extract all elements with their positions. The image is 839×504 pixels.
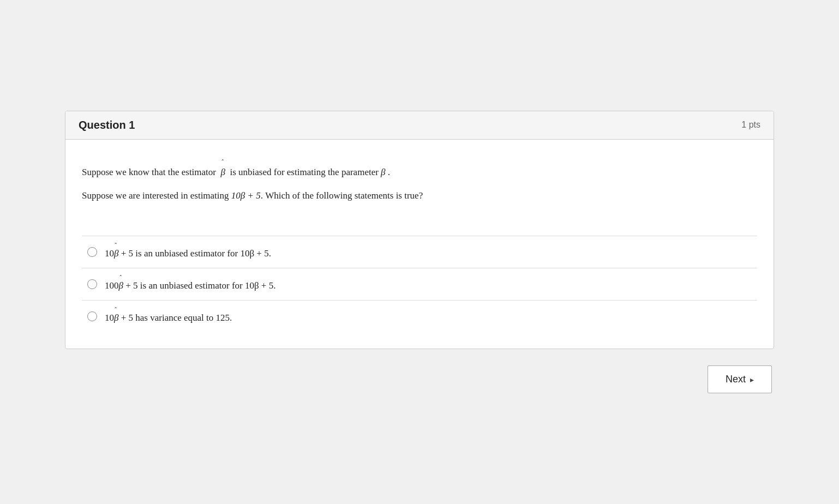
expression-10beta: 10β + 5: [231, 190, 261, 201]
bottom-bar: Next ▸: [65, 365, 774, 393]
next-button[interactable]: Next ▸: [708, 365, 772, 393]
paragraph-1: Suppose we know that the estimator β̂ is…: [82, 161, 757, 179]
option-row-1[interactable]: 10β̂ + 5 is an unbiased estimator for 10…: [82, 236, 757, 268]
question-title: Question 1: [79, 119, 135, 131]
beta-symbol: β: [381, 167, 385, 177]
question-card: Question 1 1 pts Suppose we know that th…: [65, 111, 774, 349]
question-header: Question 1 1 pts: [65, 111, 774, 140]
question-points: 1 pts: [741, 120, 760, 130]
radio-option-1[interactable]: [87, 247, 97, 257]
radio-option-3[interactable]: [87, 311, 97, 321]
option-row-2[interactable]: 100β̂ + 5 is an unbiased estimator for 1…: [82, 268, 757, 300]
option-label-2: 100β̂ + 5 is an unbiased estimator for 1…: [105, 277, 275, 291]
question-body: Suppose we know that the estimator β̂ is…: [65, 140, 774, 349]
paragraph-2: Suppose we are interested in estimating …: [82, 188, 757, 203]
next-arrow-icon: ▸: [750, 375, 754, 384]
beta-hat-symbol: β̂: [221, 167, 225, 177]
option-label-3: 10β̂ + 5 has variance equal to 125.: [105, 309, 232, 323]
question-text-1: Suppose we know that the estimator β̂ is…: [82, 161, 757, 203]
next-label: Next: [726, 374, 746, 385]
option-row-3[interactable]: 10β̂ + 5 has variance equal to 125.: [82, 300, 757, 332]
page-container: Question 1 1 pts Suppose we know that th…: [65, 111, 774, 393]
option-label-1: 10β̂ + 5 is an unbiased estimator for 10…: [105, 245, 271, 259]
options-section: 10β̂ + 5 is an unbiased estimator for 10…: [82, 236, 757, 332]
radio-option-2[interactable]: [87, 279, 97, 289]
